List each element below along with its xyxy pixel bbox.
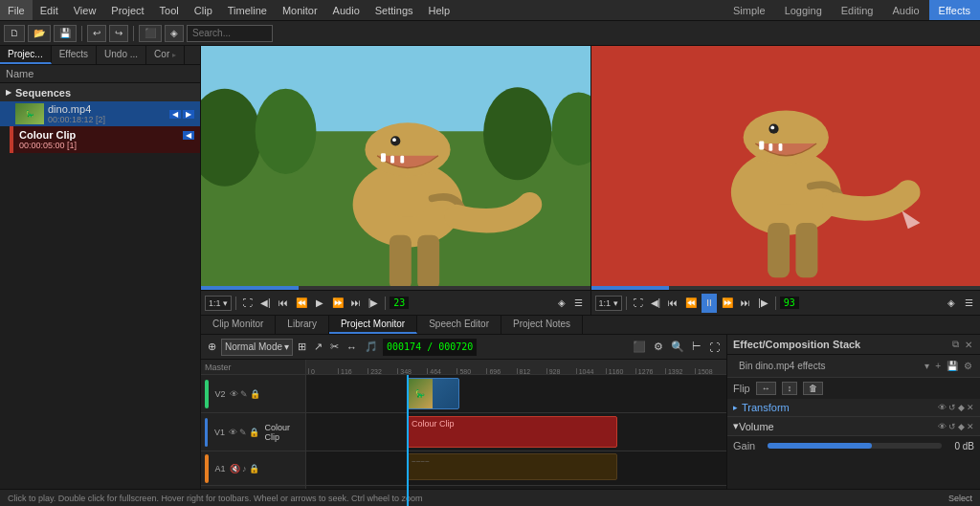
clip-set-out-btn[interactable]: |▶ (366, 294, 382, 313)
clip-progress-bar[interactable] (201, 286, 590, 290)
v2-eye-icon[interactable]: 👁 (230, 389, 238, 399)
transform-eye-icon[interactable]: 👁 (938, 403, 947, 412)
volume-close-icon[interactable]: ✕ (967, 422, 974, 431)
tl-mode-dropdown[interactable]: Normal Mode ▾ (221, 339, 293, 356)
montab-speech[interactable]: Speech Editor (417, 316, 501, 334)
transform-close-icon[interactable]: ✕ (967, 403, 974, 412)
volume-eye-icon[interactable]: 👁 (938, 422, 947, 431)
volume-accordion[interactable]: ▾ Volume 👁 ↺ ◆ ✕ (727, 417, 980, 436)
clip-ratio[interactable]: 1:1 ▾ (205, 296, 232, 311)
clip-set-in-btn[interactable]: ◀| (257, 294, 274, 313)
proj-set-in-btn[interactable]: ◀| (648, 294, 664, 313)
tl-blade-btn[interactable]: ✂ (327, 338, 342, 357)
proj-marker-btn[interactable]: ◈ (944, 294, 959, 313)
tl-extract-btn[interactable]: ⛶ (706, 338, 723, 357)
v1-edit-icon[interactable]: ✎ (239, 428, 247, 437)
clip-forward-btn[interactable]: ⏩ (329, 294, 346, 313)
menu-project[interactable]: Project (103, 0, 151, 20)
flip-h-btn[interactable]: ↔ (756, 382, 776, 395)
gain-slider[interactable] (768, 443, 942, 449)
tl-settings-btn[interactable]: ⚙ (651, 338, 666, 357)
v2-edit-icon[interactable]: ✎ (240, 389, 248, 399)
menu-help[interactable]: Help (421, 0, 458, 20)
new-project-btn[interactable]: 🗋 (4, 25, 25, 42)
clip-prev-btn[interactable]: ⏮ (276, 294, 291, 313)
clip-next-btn[interactable]: ⏭ (348, 294, 364, 313)
tab-effects-panel[interactable]: Effects (52, 46, 97, 64)
proj-prev-btn[interactable]: ⏮ (665, 294, 680, 313)
tab-editing[interactable]: Editing (832, 0, 883, 20)
proj-fullscreen-btn[interactable]: ⛶ (631, 294, 646, 313)
tl-add-track-btn[interactable]: ⊕ (205, 338, 219, 357)
clip-play-btn[interactable]: ▶ (312, 294, 327, 313)
proj-next-btn[interactable]: ⏭ (738, 294, 753, 313)
tab-logging[interactable]: Logging (775, 0, 832, 20)
search-input[interactable] (187, 25, 273, 42)
a1-lock-icon[interactable]: 🔒 (249, 464, 259, 473)
effects-float-btn[interactable]: ⧉ (950, 339, 961, 350)
project-ratio[interactable]: 1:1 ▾ (595, 296, 622, 311)
menu-view[interactable]: View (66, 0, 104, 20)
clip-marker-btn[interactable]: ◈ (554, 294, 569, 313)
menu-tool[interactable]: Tool (152, 0, 187, 20)
a1-clip[interactable]: ~~~~ (407, 453, 617, 480)
v1-eye-icon[interactable]: 👁 (229, 428, 237, 437)
extract-btn[interactable]: ◈ (165, 25, 184, 42)
render-btn[interactable]: ⬛ (139, 25, 162, 42)
clip-fullscreen-btn[interactable]: ⛶ (240, 294, 256, 313)
tl-audio-btn[interactable]: 🎵 (362, 338, 381, 357)
a1-solo-icon[interactable]: ♪ (242, 464, 247, 473)
tl-snap-btn[interactable]: ⊞ (295, 338, 309, 357)
open-btn[interactable]: 📂 (28, 25, 51, 42)
v1-lock-icon[interactable]: 🔒 (249, 428, 259, 437)
proj-rewind-btn[interactable]: ⏪ (682, 294, 700, 313)
tab-effects[interactable]: Effects (929, 0, 980, 20)
colour-clip-item[interactable]: Colour Clip 00:00:05:00 [1] ◀ (10, 126, 200, 153)
menu-edit[interactable]: Edit (33, 0, 66, 20)
menu-monitor[interactable]: Monitor (275, 0, 325, 20)
dino-item[interactable]: 🦕 dino.mp4 00:00:18:12 [2] ◀ ▶ (0, 101, 200, 126)
a1-mute-icon[interactable]: 🔇 (230, 464, 240, 473)
volume-reset-icon[interactable]: ↺ (948, 422, 956, 431)
transform-accordion[interactable]: ▸ Transform 👁 ↺ ◆ ✕ (727, 399, 980, 417)
volume-keyframe-icon[interactable]: ◆ (958, 422, 965, 431)
montab-notes[interactable]: Project Notes (501, 316, 583, 334)
proj-set-out-btn[interactable]: |▶ (755, 294, 771, 313)
playhead[interactable] (407, 375, 409, 506)
save-btn[interactable]: 💾 (54, 25, 77, 42)
undo-btn[interactable]: ↩ (87, 25, 106, 42)
v1-colour-clip[interactable]: Colour Clip (407, 416, 617, 448)
project-progress-bar[interactable] (591, 286, 981, 290)
tab-project[interactable]: Projec... (0, 46, 52, 64)
bin-dropdown-btn[interactable]: ▾ (923, 361, 931, 371)
clip-menu-btn[interactable]: ☰ (571, 294, 587, 313)
clip-rewind-btn[interactable]: ⏪ (293, 294, 310, 313)
v2-video-clip[interactable]: 🦕 (407, 378, 459, 409)
sequences-folder[interactable]: ▸ Sequences (0, 83, 200, 101)
proj-menu-btn[interactable]: ☰ (961, 294, 976, 313)
tl-zoom-btn[interactable]: 🔍 (668, 338, 687, 357)
tl-spacer-btn[interactable]: ↔ (344, 338, 360, 357)
transform-reset-icon[interactable]: ↺ (948, 403, 956, 412)
bin-save-btn[interactable]: 💾 (945, 361, 960, 371)
menu-audio[interactable]: Audio (325, 0, 368, 20)
transform-keyframe-icon[interactable]: ◆ (958, 403, 965, 412)
menu-settings[interactable]: Settings (368, 0, 421, 20)
tab-audio[interactable]: Audio (882, 0, 928, 20)
flip-del-btn[interactable]: 🗑 (803, 382, 823, 395)
menu-clip[interactable]: Clip (187, 0, 220, 20)
tab-simple[interactable]: Simple (724, 0, 775, 20)
v2-lock-icon[interactable]: 🔒 (250, 389, 260, 399)
proj-pause-btn[interactable]: ⏸ (702, 294, 717, 313)
bin-add-btn[interactable]: + (933, 361, 943, 371)
menu-file[interactable]: File (0, 0, 33, 20)
menu-timeline[interactable]: Timeline (220, 0, 275, 20)
montab-clip[interactable]: Clip Monitor (201, 316, 276, 334)
tab-undo[interactable]: Undo ... (97, 46, 146, 64)
montab-project[interactable]: Project Monitor (329, 316, 417, 334)
effects-close-btn[interactable]: ✕ (963, 339, 974, 350)
tl-composite-btn[interactable]: ⬛ (630, 338, 649, 357)
flip-v-btn[interactable]: ↕ (782, 382, 798, 395)
tab-cor[interactable]: Cor ▸ (146, 46, 185, 64)
redo-btn[interactable]: ↪ (109, 25, 128, 42)
